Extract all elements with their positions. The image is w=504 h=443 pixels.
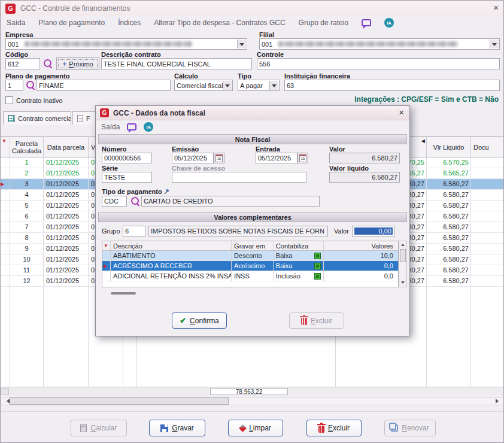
- grid-marker-icon: ▼: [104, 243, 108, 248]
- emissao-input[interactable]: 05/12/2025: [172, 153, 214, 163]
- valores-complementares-section-header: Valores complementares: [98, 212, 407, 222]
- chevron-down-icon[interactable]: [223, 81, 232, 90]
- valor-input[interactable]: 6.580,27: [329, 153, 400, 163]
- empresa-value: 001: [8, 41, 19, 48]
- confirma-button[interactable]: ✔ Confirma: [172, 312, 227, 329]
- tipo-pagamento-codigo-input[interactable]: CDC: [102, 196, 127, 207]
- comp-cell-indicator: [102, 271, 111, 281]
- dialog-excluir-label: Excluir: [311, 317, 332, 325]
- serie-input[interactable]: TESTE: [102, 172, 152, 183]
- plano-nome-input[interactable]: FINAME: [37, 80, 171, 91]
- limpar-button[interactable]: Limpar: [228, 420, 283, 436]
- menu-saida[interactable]: Saída: [7, 19, 25, 27]
- grupo-value: 6: [125, 227, 129, 235]
- comp-col-descricao[interactable]: Descrição: [111, 241, 232, 250]
- col-docu[interactable]: Docu: [471, 137, 504, 157]
- grupo-valor-label: Valor: [334, 227, 349, 235]
- comp-row[interactable]: ABATIMENTODescontoBaixa10,0: [102, 251, 398, 261]
- search-icon[interactable]: [26, 80, 35, 90]
- scroll-left-icon[interactable]: [2, 399, 10, 403]
- horizontal-scrollbar-thumb[interactable]: [111, 292, 136, 295]
- chevron-down-icon[interactable]: [269, 81, 278, 90]
- renovar-button[interactable]: Renovar: [384, 420, 436, 436]
- controle-input[interactable]: 556: [257, 58, 500, 69]
- chat-icon[interactable]: [362, 19, 371, 26]
- codigo-input[interactable]: 612: [5, 58, 40, 69]
- grupo-valor-value: 0,00: [354, 227, 393, 235]
- calcular-button[interactable]: Calcular: [71, 420, 127, 436]
- menu-plano-de-pagamento[interactable]: Plano de pagamento: [38, 19, 105, 27]
- contrato-inativo-checkbox[interactable]: [5, 96, 13, 104]
- menu-indices[interactable]: Índices: [118, 19, 141, 27]
- comp-cell-valores: 0,0: [324, 271, 398, 281]
- chave-acesso-input[interactable]: [172, 172, 306, 183]
- descricao-contrato-input[interactable]: TESTE FINAL COMERCIAL FISCAL: [101, 58, 252, 69]
- entrada-calendar-button[interactable]: 15: [297, 153, 308, 163]
- excluir-button[interactable]: Excluir: [306, 420, 362, 436]
- dialog-menu-saida[interactable]: Saída: [101, 123, 120, 131]
- comp-col-gravar-em[interactable]: Gravar em: [232, 241, 274, 250]
- parcela-cell-liq: 6.580,27: [427, 190, 471, 200]
- scroll-down-icon[interactable]: [401, 281, 405, 285]
- chevron-down-icon[interactable]: [237, 40, 246, 48]
- contabiliza-check-icon: [314, 273, 321, 280]
- ia-badge-icon[interactable]: IA: [384, 18, 394, 28]
- tipo-combo[interactable]: A pagar: [238, 80, 280, 91]
- descricao-contrato-label: Descrição contrato: [101, 51, 161, 58]
- gravar-button[interactable]: Gravar: [149, 420, 205, 436]
- col-data-parcela[interactable]: Data parcela: [44, 137, 89, 157]
- emissao-calendar-button[interactable]: 15: [214, 153, 224, 163]
- scroll-up-icon[interactable]: [401, 243, 405, 247]
- parcela-cell-date: 01/12/2025: [44, 244, 89, 254]
- window-title: GCC - Controle de financiamentos: [20, 4, 130, 13]
- col-vlr-liquido[interactable]: Vlr Liquido: [427, 137, 471, 157]
- grid-filler-cell: [10, 287, 44, 387]
- horizontal-scrollbar[interactable]: [1, 397, 504, 405]
- search-icon[interactable]: [43, 59, 53, 68]
- plano-codigo-input[interactable]: 1: [5, 80, 23, 91]
- parcela-cell-ind: [1, 222, 10, 232]
- parcela-cell-liq: 6.580,27: [427, 222, 471, 232]
- trash-icon: [318, 426, 324, 433]
- calculo-combo[interactable]: Comercial fiscal: [174, 80, 233, 91]
- grupo-input[interactable]: 6: [123, 226, 145, 236]
- entrada-input[interactable]: 05/12/2025: [256, 153, 297, 163]
- serie-label: Série: [102, 165, 118, 172]
- close-icon[interactable]: ×: [493, 2, 499, 13]
- comp-indicator-header[interactable]: ▼: [102, 241, 111, 250]
- search-icon[interactable]: [130, 196, 140, 206]
- scroll-right-icon[interactable]: [496, 399, 503, 403]
- excluir-label: Excluir: [328, 424, 350, 432]
- parcela-cell-liq: 6.565,27: [427, 168, 471, 178]
- close-icon[interactable]: ×: [399, 107, 404, 117]
- menu-alterar-tipo-despesa[interactable]: Alterar Tipo de despesa - Contratos GCC: [154, 19, 285, 27]
- chat-icon[interactable]: [127, 123, 136, 131]
- valor-liquido-input[interactable]: 6.580,27: [329, 172, 400, 183]
- proximo-button[interactable]: + Próximo: [56, 57, 99, 70]
- parcela-cell-date: 01/12/2025: [44, 276, 89, 286]
- col-parcela-calculada[interactable]: Parcela Calculada: [10, 137, 44, 157]
- empresa-combo[interactable]: 001: [5, 38, 247, 50]
- scrollbar-thumb[interactable]: [10, 398, 229, 405]
- comp-row[interactable]: ADICIONAL RETENÇÃO INSS 2% INSAINSSInclu…: [102, 271, 398, 281]
- comp-col-valores[interactable]: Valores: [324, 241, 398, 250]
- menu-grupo-de-rateio[interactable]: Grupo de rateio: [299, 19, 348, 27]
- comp-cell-descricao: ADICIONAL RETENÇÃO INSS 2% INSA: [111, 271, 232, 281]
- plus-icon: +: [62, 60, 66, 68]
- grupo-valor-input[interactable]: 0,00: [352, 226, 395, 236]
- ia-badge-icon[interactable]: IA: [144, 122, 153, 132]
- numero-input[interactable]: 0000000556: [102, 153, 152, 163]
- tab-contrato-comercial[interactable]: Contrato comercial: [3, 111, 71, 125]
- indicator-column-header[interactable]: ▼: [1, 137, 10, 157]
- comp-row[interactable]: ▶ACRÉSCIMO A RECEBERAcréscimoBaixa0,0: [102, 261, 398, 271]
- instituicao-input[interactable]: 63: [284, 80, 500, 91]
- scrollbar-thumb[interactable]: [400, 249, 406, 262]
- comp-col-contabiliza[interactable]: Contabiliza: [274, 241, 324, 250]
- dialog-menu-bar: Saída IA: [96, 120, 409, 133]
- entrada-label: Entrada: [256, 145, 280, 153]
- filial-combo[interactable]: 001: [259, 38, 500, 50]
- parcela-cell-num: 4: [10, 190, 44, 200]
- vertical-scrollbar[interactable]: [399, 241, 407, 287]
- dialog-excluir-button[interactable]: Excluir: [289, 312, 344, 329]
- chevron-down-icon[interactable]: [490, 40, 499, 48]
